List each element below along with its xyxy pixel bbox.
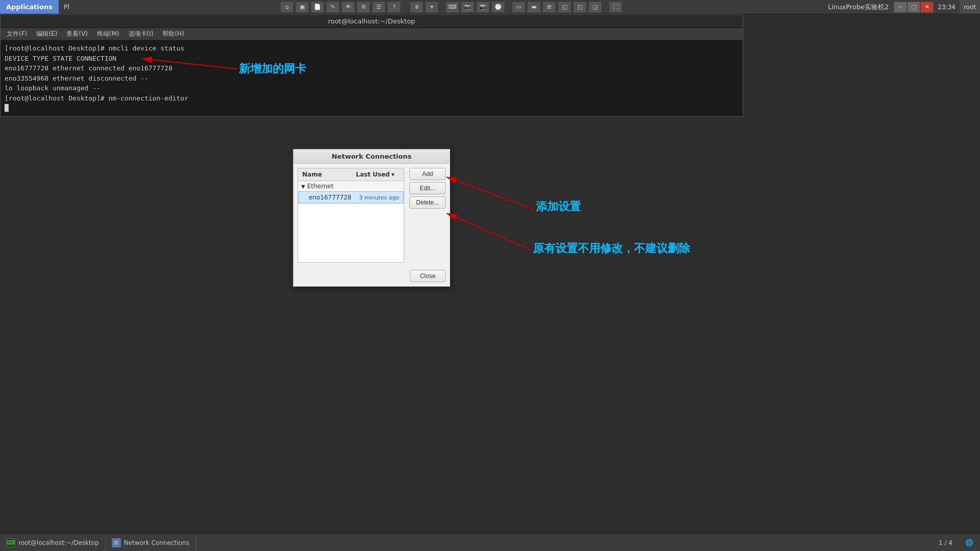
applications-menu[interactable]: Applications (0, 0, 59, 14)
menu-view[interactable]: 查看(V) (62, 29, 92, 39)
taskbar-terminal-item[interactable]: ⌨ root@localhost:~/Desktop (0, 534, 106, 551)
menu-edit[interactable]: 编辑(E) (32, 29, 61, 39)
dialog-list-area: Name Last Used ▾ ▼ Ethernet eno16777728 … (298, 168, 404, 263)
vmware-pause-dropdown[interactable]: ▾ (425, 2, 438, 13)
vmware-toolbar: ⌂ ▣ 📄 ✎ 👁 ⚙ ☰ ? ⏸ ▾ ⌨ 📷 📸 🕐 ▭ ▬ ⊞ ◱ ◰ ◲ … (75, 2, 828, 13)
vmware-snapshot3[interactable]: 🕐 (492, 2, 505, 13)
vmware-fullscreen[interactable]: ⛶ (609, 2, 622, 13)
vmware-icon-home[interactable]: ⌂ (280, 2, 293, 13)
taskbar-netconn-label: Network Connections (124, 539, 189, 546)
window-minimize[interactable]: ─ (894, 2, 907, 13)
vmware-view5[interactable]: ◰ (573, 2, 586, 13)
dialog-action-buttons: Add Edit... Delete... (407, 168, 446, 263)
col-lastused-header[interactable]: Last Used ▾ (353, 171, 404, 178)
terminal-cursor: █ (5, 103, 739, 113)
net-icon: 🌐 (965, 538, 974, 547)
vmware-view4[interactable]: ◱ (558, 2, 571, 13)
vmware-icon-edit[interactable]: ✎ (326, 2, 339, 13)
applications-label: Applications (6, 3, 53, 11)
vmware-icon-vm[interactable]: ▣ (296, 2, 309, 13)
vmware-icon-file[interactable]: 📄 (311, 2, 324, 13)
vmware-snapshot1[interactable]: 📷 (461, 2, 474, 13)
dialog-titlebar: Network Connections (293, 149, 450, 164)
netconn-taskbar-icon: ⊞ (112, 538, 121, 547)
menu-terminal[interactable]: 终端(M) (93, 29, 124, 39)
dialog-footer: Close (293, 267, 450, 286)
network-status-icon: 🌐 (959, 538, 980, 547)
menu-help[interactable]: 帮助(H) (158, 29, 188, 39)
clock: 23:34 (934, 4, 960, 11)
ethernet-group[interactable]: ▼ Ethernet (298, 181, 404, 191)
taskbar-top: Applications Pl ⌂ ▣ 📄 ✎ 👁 ⚙ ☰ ? ⏸ ▾ ⌨ 📷 … (0, 0, 980, 14)
dialog-body: Name Last Used ▾ ▼ Ethernet eno16777728 … (293, 164, 450, 267)
edit-button[interactable]: Edit... (409, 182, 446, 194)
vmware-snapshot2[interactable]: 📸 (476, 2, 489, 13)
delete-button[interactable]: Delete... (409, 196, 446, 209)
taskbar-netconn-item[interactable]: ⊞ Network Connections (106, 534, 196, 551)
svg-line-2 (447, 177, 533, 209)
terminal-taskbar-icon: ⌨ (6, 538, 15, 547)
dialog-content-row: Name Last Used ▾ ▼ Ethernet eno16777728 … (298, 168, 446, 263)
vmware-view2[interactable]: ▬ (527, 2, 541, 13)
placeholder-tab[interactable]: Pl (59, 0, 75, 14)
vmware-icon-view[interactable]: 👁 (341, 2, 355, 13)
svg-line-3 (447, 213, 531, 250)
terminal-title: root@localhost:~/Desktop (328, 17, 415, 25)
list-header: Name Last Used ▾ (298, 168, 404, 181)
user-badge: root (960, 0, 980, 14)
network-connections-dialog: Network Connections Name Last Used ▾ ▼ E… (293, 149, 450, 287)
terminal-menubar: 文件(F) 编辑(E) 查看(V) 终端(M) 选项卡(I) 帮助(H) (1, 28, 743, 40)
vmware-view1[interactable]: ▭ (512, 2, 525, 13)
vmware-icon-help[interactable]: ? (387, 2, 401, 13)
connections-list[interactable]: ▼ Ethernet eno16777728 3 minutes ago (298, 181, 404, 263)
taskbar-terminal-label: root@localhost:~/Desktop (18, 539, 99, 546)
ethernet-item-eno16[interactable]: eno16777728 3 minutes ago (298, 191, 404, 204)
menu-file[interactable]: 文件(F) (3, 29, 31, 39)
user-label: root (964, 4, 976, 11)
group-triangle: ▼ (301, 184, 305, 189)
window-maximize[interactable]: □ (907, 2, 920, 13)
vmware-icon-vm2[interactable]: ⚙ (357, 2, 370, 13)
vm-title: LinuxProbe实验机2 (828, 3, 894, 12)
terminal-line-3: eno16777728 ethernet connected eno167777… (5, 63, 739, 73)
terminal-window: root@localhost:~/Desktop 文件(F) 编辑(E) 查看(… (0, 14, 743, 117)
close-button[interactable]: Close (410, 270, 446, 282)
terminal-titlebar: root@localhost:~/Desktop (1, 15, 743, 28)
terminal-body[interactable]: [root@localhost Desktop]# nmcli device s… (1, 40, 743, 116)
terminal-line-1: [root@localhost Desktop]# nmcli device s… (5, 43, 739, 54)
col-name-header: Name (298, 171, 353, 178)
terminal-line-2: DEVICE TYPE STATE CONNECTION (5, 54, 739, 64)
terminal-line-5: lo loopback unmanaged -- (5, 83, 739, 93)
vmware-view3[interactable]: ⊞ (543, 2, 556, 13)
ethernet-group-label: Ethernet (307, 183, 334, 190)
window-close[interactable]: ✕ (920, 2, 934, 13)
dialog-title: Network Connections (332, 153, 412, 160)
annotation-no-modify: 原有设置不用修改，不建议删除 (533, 241, 690, 256)
terminal-line-4: eno33554968 ethernet disconnected -- (5, 73, 739, 84)
terminal-line-6: [root@localhost Desktop]# nm-connection-… (5, 93, 739, 104)
taskbar-bottom: ⌨ root@localhost:~/Desktop ⊞ Network Con… (0, 534, 980, 551)
vmware-send-ctrl[interactable]: ⌨ (446, 2, 459, 13)
annotation-add-settings: 添加设置 (536, 199, 581, 214)
vmware-pause[interactable]: ⏸ (410, 2, 423, 13)
ethernet-item-name: eno16777728 (309, 194, 359, 201)
add-button[interactable]: Add (409, 168, 446, 180)
vmware-view6[interactable]: ◲ (589, 2, 602, 13)
menu-tabs[interactable]: 选项卡(I) (125, 29, 158, 39)
vmware-icon-options[interactable]: ☰ (372, 2, 385, 13)
ethernet-item-time: 3 minutes ago (359, 194, 399, 201)
page-indicator: 1 / 4 (933, 539, 959, 546)
